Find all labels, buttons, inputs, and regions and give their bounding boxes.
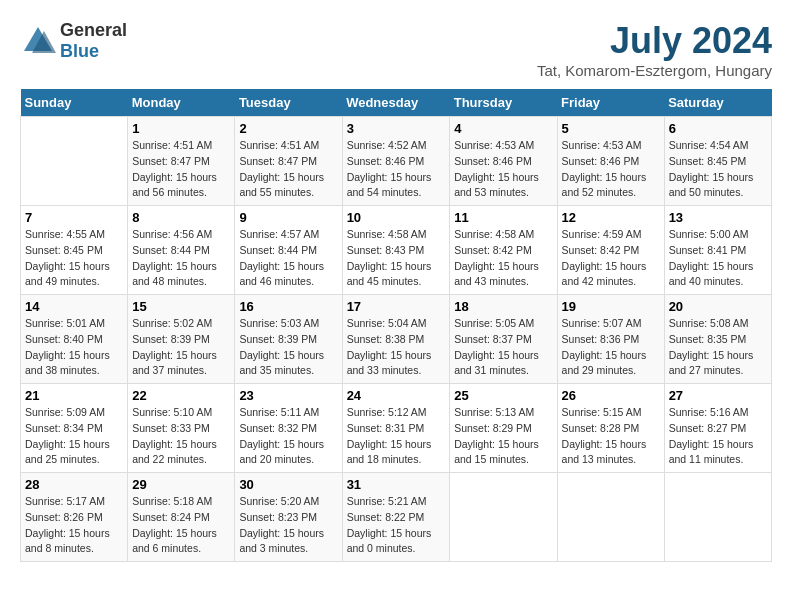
- day-number: 11: [454, 210, 552, 225]
- day-number: 29: [132, 477, 230, 492]
- calendar-week-4: 21Sunrise: 5:09 AMSunset: 8:34 PMDayligh…: [21, 384, 772, 473]
- calendar-cell: [450, 473, 557, 562]
- day-info: Sunrise: 5:15 AMSunset: 8:28 PMDaylight:…: [562, 405, 660, 468]
- day-info: Sunrise: 5:13 AMSunset: 8:29 PMDaylight:…: [454, 405, 552, 468]
- day-number: 17: [347, 299, 446, 314]
- logo-general: General: [60, 20, 127, 40]
- day-number: 12: [562, 210, 660, 225]
- calendar-cell: 15Sunrise: 5:02 AMSunset: 8:39 PMDayligh…: [128, 295, 235, 384]
- day-info: Sunrise: 4:55 AMSunset: 8:45 PMDaylight:…: [25, 227, 123, 290]
- calendar-cell: 31Sunrise: 5:21 AMSunset: 8:22 PMDayligh…: [342, 473, 450, 562]
- day-number: 23: [239, 388, 337, 403]
- day-info: Sunrise: 5:10 AMSunset: 8:33 PMDaylight:…: [132, 405, 230, 468]
- calendar-cell: 8Sunrise: 4:56 AMSunset: 8:44 PMDaylight…: [128, 206, 235, 295]
- calendar-cell: 22Sunrise: 5:10 AMSunset: 8:33 PMDayligh…: [128, 384, 235, 473]
- day-info: Sunrise: 4:53 AMSunset: 8:46 PMDaylight:…: [562, 138, 660, 201]
- day-number: 9: [239, 210, 337, 225]
- day-info: Sunrise: 4:58 AMSunset: 8:43 PMDaylight:…: [347, 227, 446, 290]
- day-number: 26: [562, 388, 660, 403]
- calendar-cell: 5Sunrise: 4:53 AMSunset: 8:46 PMDaylight…: [557, 117, 664, 206]
- day-header-sunday: Sunday: [21, 89, 128, 117]
- calendar-cell: 9Sunrise: 4:57 AMSunset: 8:44 PMDaylight…: [235, 206, 342, 295]
- page-header: General Blue July 2024 Tat, Komarom-Eszt…: [20, 20, 772, 79]
- day-info: Sunrise: 5:02 AMSunset: 8:39 PMDaylight:…: [132, 316, 230, 379]
- day-header-thursday: Thursday: [450, 89, 557, 117]
- calendar-cell: 2Sunrise: 4:51 AMSunset: 8:47 PMDaylight…: [235, 117, 342, 206]
- day-number: 18: [454, 299, 552, 314]
- logo-blue: Blue: [60, 41, 99, 61]
- day-number: 14: [25, 299, 123, 314]
- day-header-saturday: Saturday: [664, 89, 771, 117]
- calendar-cell: 18Sunrise: 5:05 AMSunset: 8:37 PMDayligh…: [450, 295, 557, 384]
- day-number: 20: [669, 299, 767, 314]
- day-number: 16: [239, 299, 337, 314]
- day-number: 6: [669, 121, 767, 136]
- day-number: 1: [132, 121, 230, 136]
- calendar-cell: 23Sunrise: 5:11 AMSunset: 8:32 PMDayligh…: [235, 384, 342, 473]
- calendar-cell: 11Sunrise: 4:58 AMSunset: 8:42 PMDayligh…: [450, 206, 557, 295]
- day-number: 10: [347, 210, 446, 225]
- calendar-week-2: 7Sunrise: 4:55 AMSunset: 8:45 PMDaylight…: [21, 206, 772, 295]
- day-info: Sunrise: 4:52 AMSunset: 8:46 PMDaylight:…: [347, 138, 446, 201]
- calendar-cell: [21, 117, 128, 206]
- calendar-cell: 27Sunrise: 5:16 AMSunset: 8:27 PMDayligh…: [664, 384, 771, 473]
- title-section: July 2024 Tat, Komarom-Esztergom, Hungar…: [537, 20, 772, 79]
- day-info: Sunrise: 5:08 AMSunset: 8:35 PMDaylight:…: [669, 316, 767, 379]
- day-number: 19: [562, 299, 660, 314]
- day-info: Sunrise: 5:17 AMSunset: 8:26 PMDaylight:…: [25, 494, 123, 557]
- calendar-cell: 19Sunrise: 5:07 AMSunset: 8:36 PMDayligh…: [557, 295, 664, 384]
- day-info: Sunrise: 5:20 AMSunset: 8:23 PMDaylight:…: [239, 494, 337, 557]
- calendar-cell: 10Sunrise: 4:58 AMSunset: 8:43 PMDayligh…: [342, 206, 450, 295]
- logo: General Blue: [20, 20, 127, 62]
- day-number: 30: [239, 477, 337, 492]
- day-info: Sunrise: 5:12 AMSunset: 8:31 PMDaylight:…: [347, 405, 446, 468]
- day-number: 3: [347, 121, 446, 136]
- day-info: Sunrise: 5:16 AMSunset: 8:27 PMDaylight:…: [669, 405, 767, 468]
- calendar-cell: 6Sunrise: 4:54 AMSunset: 8:45 PMDaylight…: [664, 117, 771, 206]
- calendar-cell: 25Sunrise: 5:13 AMSunset: 8:29 PMDayligh…: [450, 384, 557, 473]
- calendar-cell: 3Sunrise: 4:52 AMSunset: 8:46 PMDaylight…: [342, 117, 450, 206]
- day-number: 7: [25, 210, 123, 225]
- day-info: Sunrise: 4:57 AMSunset: 8:44 PMDaylight:…: [239, 227, 337, 290]
- day-info: Sunrise: 5:01 AMSunset: 8:40 PMDaylight:…: [25, 316, 123, 379]
- day-info: Sunrise: 5:05 AMSunset: 8:37 PMDaylight:…: [454, 316, 552, 379]
- day-info: Sunrise: 4:51 AMSunset: 8:47 PMDaylight:…: [239, 138, 337, 201]
- day-number: 24: [347, 388, 446, 403]
- day-info: Sunrise: 4:58 AMSunset: 8:42 PMDaylight:…: [454, 227, 552, 290]
- day-number: 2: [239, 121, 337, 136]
- day-info: Sunrise: 5:00 AMSunset: 8:41 PMDaylight:…: [669, 227, 767, 290]
- calendar-cell: 7Sunrise: 4:55 AMSunset: 8:45 PMDaylight…: [21, 206, 128, 295]
- calendar-subtitle: Tat, Komarom-Esztergom, Hungary: [537, 62, 772, 79]
- calendar-week-5: 28Sunrise: 5:17 AMSunset: 8:26 PMDayligh…: [21, 473, 772, 562]
- day-info: Sunrise: 4:56 AMSunset: 8:44 PMDaylight:…: [132, 227, 230, 290]
- day-number: 8: [132, 210, 230, 225]
- day-info: Sunrise: 5:04 AMSunset: 8:38 PMDaylight:…: [347, 316, 446, 379]
- day-info: Sunrise: 4:51 AMSunset: 8:47 PMDaylight:…: [132, 138, 230, 201]
- calendar-table: SundayMondayTuesdayWednesdayThursdayFrid…: [20, 89, 772, 562]
- logo-icon: [20, 23, 56, 59]
- calendar-cell: [557, 473, 664, 562]
- day-info: Sunrise: 4:53 AMSunset: 8:46 PMDaylight:…: [454, 138, 552, 201]
- day-number: 15: [132, 299, 230, 314]
- day-info: Sunrise: 5:21 AMSunset: 8:22 PMDaylight:…: [347, 494, 446, 557]
- calendar-cell: 4Sunrise: 4:53 AMSunset: 8:46 PMDaylight…: [450, 117, 557, 206]
- calendar-cell: 1Sunrise: 4:51 AMSunset: 8:47 PMDaylight…: [128, 117, 235, 206]
- calendar-cell: 28Sunrise: 5:17 AMSunset: 8:26 PMDayligh…: [21, 473, 128, 562]
- day-number: 25: [454, 388, 552, 403]
- calendar-body: 1Sunrise: 4:51 AMSunset: 8:47 PMDaylight…: [21, 117, 772, 562]
- calendar-cell: 21Sunrise: 5:09 AMSunset: 8:34 PMDayligh…: [21, 384, 128, 473]
- calendar-week-3: 14Sunrise: 5:01 AMSunset: 8:40 PMDayligh…: [21, 295, 772, 384]
- calendar-cell: 14Sunrise: 5:01 AMSunset: 8:40 PMDayligh…: [21, 295, 128, 384]
- day-header-tuesday: Tuesday: [235, 89, 342, 117]
- day-header-wednesday: Wednesday: [342, 89, 450, 117]
- day-number: 28: [25, 477, 123, 492]
- day-info: Sunrise: 4:59 AMSunset: 8:42 PMDaylight:…: [562, 227, 660, 290]
- day-header-monday: Monday: [128, 89, 235, 117]
- calendar-cell: 13Sunrise: 5:00 AMSunset: 8:41 PMDayligh…: [664, 206, 771, 295]
- day-header-friday: Friday: [557, 89, 664, 117]
- calendar-cell: 12Sunrise: 4:59 AMSunset: 8:42 PMDayligh…: [557, 206, 664, 295]
- day-number: 27: [669, 388, 767, 403]
- calendar-cell: 24Sunrise: 5:12 AMSunset: 8:31 PMDayligh…: [342, 384, 450, 473]
- day-number: 31: [347, 477, 446, 492]
- calendar-week-1: 1Sunrise: 4:51 AMSunset: 8:47 PMDaylight…: [21, 117, 772, 206]
